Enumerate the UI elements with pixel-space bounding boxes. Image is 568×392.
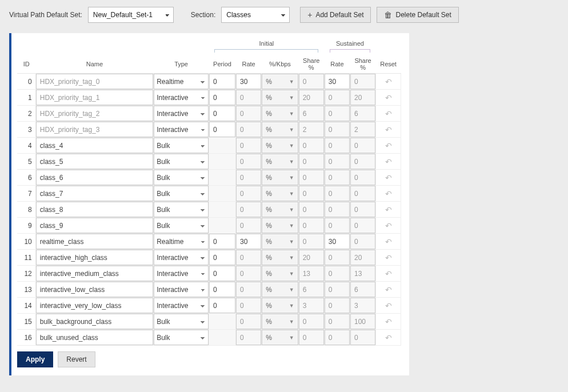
rate-input[interactable] [236, 74, 261, 89]
name-input[interactable] [36, 266, 153, 281]
rate-kind-select[interactable]: %▼ [262, 250, 298, 265]
rate-kind-select[interactable]: %▼ [262, 74, 298, 89]
reset-icon[interactable]: ↶ [385, 157, 392, 166]
rate-kind-select[interactable]: %▼ [262, 314, 298, 329]
reset-icon[interactable]: ↶ [385, 141, 392, 150]
reset-icon[interactable]: ↶ [385, 269, 392, 278]
type-select[interactable]: RealtimeInteractiveBulk [154, 186, 209, 201]
rate-kind-select[interactable]: %▼ [262, 234, 298, 249]
caret-down-icon: ▼ [289, 175, 294, 181]
rate-kind-select[interactable]: %▼ [262, 330, 298, 345]
name-input[interactable] [36, 250, 153, 265]
name-input[interactable] [36, 298, 153, 313]
type-select[interactable]: RealtimeInteractiveBulk [154, 170, 209, 185]
delete-default-set-button[interactable]: 🗑 Delete Default Set [377, 7, 458, 23]
section-select[interactable]: Classes [221, 7, 290, 23]
type-select[interactable]: RealtimeInteractiveBulk [154, 218, 209, 233]
rate-kind-select[interactable]: %▼ [262, 266, 298, 281]
table-body: 0RealtimeInteractiveBulk%▼↶1RealtimeInte… [17, 74, 401, 346]
reset-icon[interactable]: ↶ [385, 301, 392, 310]
type-select[interactable]: RealtimeInteractiveBulk [154, 138, 209, 153]
reset-icon[interactable]: ↶ [385, 205, 392, 214]
type-select[interactable]: RealtimeInteractiveBulk [154, 330, 209, 345]
reset-icon[interactable]: ↶ [385, 93, 392, 102]
type-select[interactable]: RealtimeInteractiveBulk [154, 250, 209, 265]
name-input[interactable] [36, 330, 153, 345]
name-input[interactable] [36, 202, 153, 217]
rate-kind-select[interactable]: %▼ [262, 170, 298, 185]
sus-rate-input[interactable] [325, 234, 350, 249]
rate-input [236, 122, 261, 137]
reset-icon[interactable]: ↶ [385, 253, 392, 262]
reset-icon[interactable]: ↶ [385, 333, 392, 342]
reset-icon[interactable]: ↶ [385, 189, 392, 198]
type-select[interactable]: RealtimeInteractiveBulk [154, 298, 209, 313]
reset-icon[interactable]: ↶ [385, 221, 392, 230]
type-select[interactable]: RealtimeInteractiveBulk [154, 106, 209, 121]
revert-button[interactable]: Revert [58, 351, 95, 367]
name-input [36, 106, 153, 121]
type-select[interactable]: RealtimeInteractiveBulk [154, 202, 209, 217]
type-select[interactable]: RealtimeInteractiveBulk [154, 90, 209, 105]
reset-icon[interactable]: ↶ [385, 173, 392, 182]
reset-icon[interactable]: ↶ [385, 125, 392, 134]
reset-icon[interactable]: ↶ [385, 285, 392, 294]
reset-icon[interactable]: ↶ [385, 317, 392, 326]
type-select[interactable]: RealtimeInteractiveBulk [154, 74, 209, 89]
type-select[interactable]: RealtimeInteractiveBulk [154, 266, 209, 281]
rate-kind-select[interactable]: %▼ [262, 90, 298, 105]
period-input[interactable] [209, 266, 235, 281]
vp-default-set-label: Virtual Path Default Set: [9, 11, 82, 19]
name-input[interactable] [36, 138, 153, 153]
rate-kind-select[interactable]: %▼ [262, 106, 298, 121]
add-default-set-button[interactable]: + Add Default Set [300, 7, 371, 23]
sus-share-input [350, 122, 375, 137]
rate-kind-select[interactable]: %▼ [262, 202, 298, 217]
name-input[interactable] [36, 186, 153, 201]
period-input[interactable] [209, 74, 235, 89]
apply-button[interactable]: Apply [17, 351, 53, 367]
name-input[interactable] [36, 314, 153, 329]
reset-icon[interactable]: ↶ [385, 237, 392, 246]
reset-icon[interactable]: ↶ [385, 109, 392, 118]
period-cell [209, 330, 235, 346]
sus-rate-input[interactable] [325, 74, 350, 89]
period-input[interactable] [209, 282, 235, 297]
period-input[interactable] [209, 122, 235, 137]
share-input [299, 202, 324, 217]
sus-share-input [350, 330, 375, 345]
period-input[interactable] [209, 106, 235, 121]
name-input[interactable] [36, 170, 153, 185]
caret-down-icon: ▼ [289, 79, 294, 85]
period-cell [209, 202, 235, 218]
rate-kind-select[interactable]: %▼ [262, 122, 298, 137]
name-input[interactable] [36, 218, 153, 233]
share-input [299, 282, 324, 297]
rate-kind-select[interactable]: %▼ [262, 298, 298, 313]
type-select[interactable]: RealtimeInteractiveBulk [154, 282, 209, 297]
rate-kind-select[interactable]: %▼ [262, 186, 298, 201]
name-input[interactable] [36, 234, 153, 249]
type-select[interactable]: RealtimeInteractiveBulk [154, 234, 209, 249]
name-input[interactable] [36, 154, 153, 169]
period-input[interactable] [209, 90, 235, 105]
rate-kind-select[interactable]: %▼ [262, 154, 298, 169]
add-default-set-label: Add Default Set [315, 11, 363, 19]
rate-input[interactable] [236, 234, 261, 249]
reset-icon[interactable]: ↶ [385, 77, 392, 86]
col-perkbps: %/Kbps [262, 55, 299, 74]
rate-input [236, 90, 261, 105]
period-input[interactable] [209, 298, 235, 313]
rate-kind-select[interactable]: %▼ [262, 282, 298, 297]
type-select[interactable]: RealtimeInteractiveBulk [154, 154, 209, 169]
caret-down-icon: ▼ [289, 95, 294, 101]
type-select[interactable]: RealtimeInteractiveBulk [154, 314, 209, 329]
rate-kind-select[interactable]: %▼ [262, 138, 298, 153]
type-select[interactable]: RealtimeInteractiveBulk [154, 122, 209, 137]
rate-kind-select[interactable]: %▼ [262, 218, 298, 233]
vp-default-set-select[interactable]: New_Default_Set-1 [88, 7, 174, 23]
classes-panel: Initial Sustained ID Name Type Period Ra… [9, 33, 409, 375]
period-input[interactable] [209, 234, 235, 249]
period-input[interactable] [209, 250, 235, 265]
name-input[interactable] [36, 282, 153, 297]
